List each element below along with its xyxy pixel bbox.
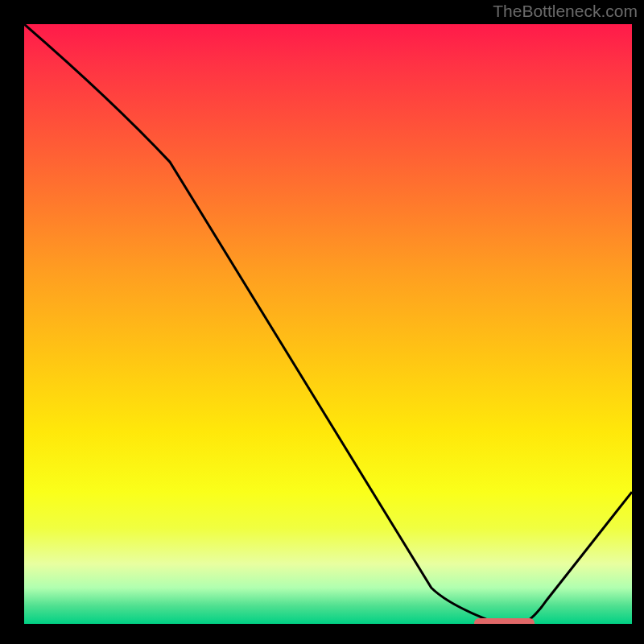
optimal-range-marker (474, 618, 535, 624)
curve-path (24, 24, 632, 624)
plot-area (24, 24, 632, 624)
watermark-text: TheBottleneck.com (493, 2, 638, 21)
bottleneck-curve (24, 24, 632, 624)
